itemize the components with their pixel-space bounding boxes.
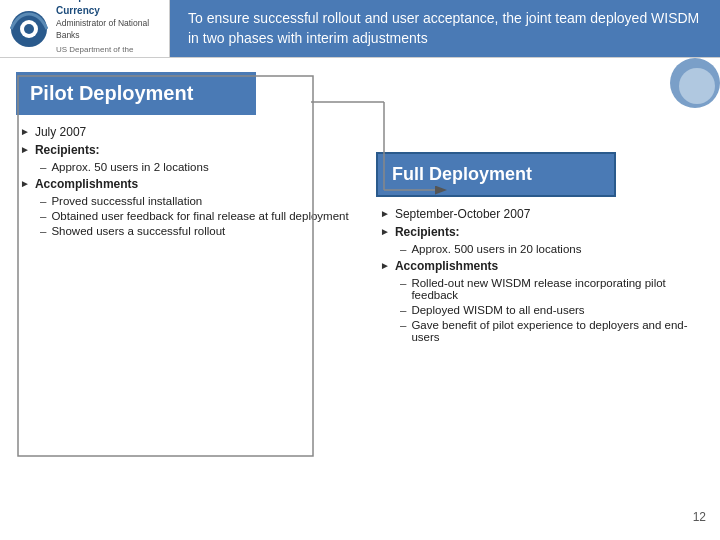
sub-dash-icon: –: [400, 304, 406, 316]
svg-point-2: [24, 24, 34, 34]
header: Comptroller of the Currency Administrato…: [0, 0, 720, 58]
full-content: ► September-October 2007 ► Recipients: –…: [376, 207, 704, 347]
logo-text: Comptroller of the Currency Administrato…: [56, 0, 159, 67]
sub-dash-icon: –: [40, 225, 46, 237]
pilot-accomplishments-sub: – Proved successful installation – Obtai…: [40, 195, 352, 237]
pilot-bullet-1: ► July 2007: [20, 125, 352, 139]
pilot-acc-sub-2: – Obtained user feedback for final relea…: [40, 210, 352, 222]
pilot-bullet-3: ► Accomplishments: [20, 177, 352, 191]
pilot-acc-sub-3: – Showed users a successful rollout: [40, 225, 352, 237]
sub-dash-icon: –: [400, 243, 406, 255]
full-recipients-sub: – Approx. 500 users in 20 locations: [400, 243, 700, 255]
header-title: To ensure successful rollout and user ac…: [170, 0, 720, 57]
full-acc-sub-3: – Gave benefit of pilot experience to de…: [400, 319, 700, 343]
pilot-acc-sub-1: – Proved successful installation: [40, 195, 352, 207]
full-bullet-1: ► September-October 2007: [380, 207, 700, 221]
full-acc-sub-1: – Rolled-out new WISDM release incorpora…: [400, 277, 700, 301]
full-bullet-2: ► Recipients:: [380, 225, 700, 239]
bullet-arrow-icon: ►: [380, 226, 390, 237]
decorative-circle-inner: [679, 68, 715, 104]
bullet-arrow-icon: ►: [380, 260, 390, 271]
full-panel: Full Deployment ► September-October 2007…: [356, 152, 704, 514]
pilot-bullet-2: ► Recipients:: [20, 143, 352, 157]
bullet-arrow-icon: ►: [20, 126, 30, 137]
occ-logo-icon: [10, 10, 48, 48]
pilot-recipients-sub: – Approx. 50 users in 2 locations: [40, 161, 352, 173]
pilot-content: ► July 2007 ► Recipients: – Approx. 50 u…: [16, 125, 356, 237]
full-acc-sub-2: – Deployed WISDM to all end-users: [400, 304, 700, 316]
pilot-panel: Pilot Deployment ► July 2007 ► Recipient…: [16, 72, 356, 514]
pilot-recipients-sub-1: – Approx. 50 users in 2 locations: [40, 161, 352, 173]
bullet-arrow-icon: ►: [380, 208, 390, 219]
logo-section: Comptroller of the Currency Administrato…: [0, 0, 170, 57]
sub-dash-icon: –: [40, 210, 46, 222]
bullet-arrow-icon: ►: [20, 178, 30, 189]
sub-dash-icon: –: [40, 195, 46, 207]
full-deployment-title: Full Deployment: [376, 152, 616, 197]
full-recipients-sub-1: – Approx. 500 users in 20 locations: [400, 243, 700, 255]
bullet-arrow-icon: ►: [20, 144, 30, 155]
sub-dash-icon: –: [400, 277, 406, 289]
pilot-deployment-title: Pilot Deployment: [16, 72, 256, 115]
sub-dash-icon: –: [40, 161, 46, 173]
sub-dash-icon: –: [400, 319, 406, 331]
full-bullet-3: ► Accomplishments: [380, 259, 700, 273]
full-accomplishments-sub: – Rolled-out new WISDM release incorpora…: [400, 277, 700, 343]
main-content: Pilot Deployment ► July 2007 ► Recipient…: [0, 58, 720, 528]
page-number: 12: [693, 510, 706, 524]
